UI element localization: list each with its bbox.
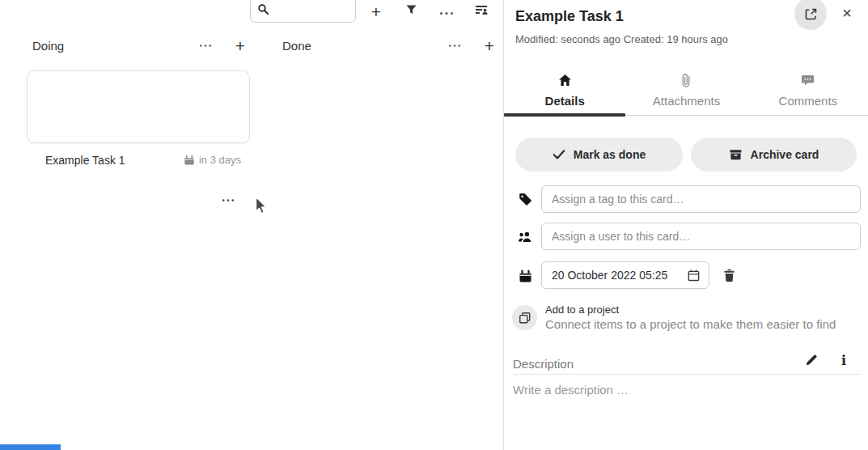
calendar-outline-icon — [687, 269, 701, 282]
assignee-list-icon — [475, 3, 489, 19]
mark-as-done-button[interactable]: Mark as done — [515, 138, 683, 172]
plus-icon: + — [235, 37, 245, 54]
search-icon — [257, 3, 269, 19]
panel-title: Example Task 1 — [515, 8, 624, 25]
button-label: Archive card — [751, 148, 819, 161]
stacked-windows-icon — [519, 312, 531, 325]
accent-progress-strip — [0, 444, 61, 450]
assign-user-input[interactable] — [541, 223, 861, 250]
funnel-icon — [405, 4, 417, 19]
tag-icon — [518, 192, 532, 206]
comment-icon — [801, 73, 815, 87]
due-date-value: 20 October 2022 05:25 — [552, 269, 687, 282]
calendar-icon — [184, 155, 195, 166]
column-doing-menu-button[interactable] — [196, 36, 215, 55]
edit-description-button[interactable] — [805, 353, 819, 367]
remove-date-button[interactable] — [721, 267, 737, 283]
description-label: Description — [513, 357, 574, 371]
board-menu-button[interactable] — [434, 0, 459, 23]
ellipsis-icon — [222, 198, 235, 202]
button-label: Mark as done — [574, 148, 646, 161]
view-options-button[interactable] — [469, 0, 493, 23]
kanban-board: + Doing + Done + Example Task 1 — [0, 0, 503, 450]
ellipsis-icon — [199, 44, 212, 48]
tab-details[interactable]: Details — [504, 63, 625, 115]
check-icon — [553, 149, 565, 160]
tab-label: Comments — [779, 94, 838, 108]
description-info-button[interactable]: i — [841, 353, 846, 368]
column-done-menu-button[interactable] — [445, 36, 464, 55]
search-input[interactable] — [273, 0, 354, 19]
panel-meta: Modified: seconds ago Created: 19 hours … — [515, 33, 728, 45]
card-menu-button[interactable] — [218, 190, 238, 210]
column-title: Doing — [32, 39, 64, 53]
card-due-date: in 3 days — [184, 154, 241, 166]
add-card-button[interactable]: + — [364, 0, 388, 23]
description-placeholder[interactable]: Write a description … — [513, 383, 629, 397]
column-header-doing: Doing — [32, 36, 64, 55]
plus-icon: + — [371, 3, 381, 20]
add-to-project-title[interactable]: Add to a project — [545, 304, 619, 316]
description-separator — [513, 374, 861, 375]
task-card[interactable]: Example Task 1 in 3 days — [27, 70, 250, 143]
card-title: Example Task 1 — [45, 154, 125, 167]
calendar-icon — [518, 269, 532, 283]
card-details-panel: Example Task 1 Modified: seconds ago Cre… — [503, 0, 868, 450]
project-badge[interactable] — [512, 305, 537, 330]
users-icon — [518, 229, 532, 244]
column-done-add-button[interactable]: + — [480, 36, 499, 55]
ellipsis-icon — [439, 4, 454, 19]
filter-button[interactable] — [399, 0, 423, 23]
external-link-icon — [804, 7, 818, 21]
plus-icon: + — [485, 37, 494, 54]
mouse-cursor — [255, 196, 269, 219]
column-header-done: Done — [282, 36, 311, 55]
archive-icon — [729, 148, 743, 161]
due-label: in 3 days — [199, 154, 241, 166]
paperclip-icon — [681, 73, 691, 87]
tab-comments[interactable]: Comments — [747, 63, 868, 115]
trash-icon — [723, 269, 735, 282]
tab-label: Attachments — [653, 94, 720, 108]
tab-label: Details — [545, 94, 585, 108]
ellipsis-icon — [448, 44, 461, 48]
home-icon — [558, 73, 572, 87]
tab-attachments[interactable]: Attachments — [625, 63, 747, 115]
info-icon: i — [841, 353, 846, 368]
pencil-icon — [805, 353, 819, 367]
panel-tabs: Details Attachments Comments — [504, 63, 868, 116]
column-doing-add-button[interactable]: + — [231, 36, 250, 55]
close-panel-button[interactable]: × — [837, 3, 857, 23]
date-picker-button[interactable] — [687, 269, 701, 282]
add-to-project-subtitle: Connect items to a project to make them … — [545, 317, 836, 331]
assign-tag-input[interactable] — [541, 185, 861, 213]
search-input-box[interactable] — [250, 0, 356, 23]
open-in-window-button[interactable] — [794, 0, 827, 30]
archive-card-button[interactable]: Archive card — [691, 138, 857, 172]
column-title: Done — [282, 39, 311, 53]
due-date-field[interactable]: 20 October 2022 05:25 — [541, 261, 709, 289]
